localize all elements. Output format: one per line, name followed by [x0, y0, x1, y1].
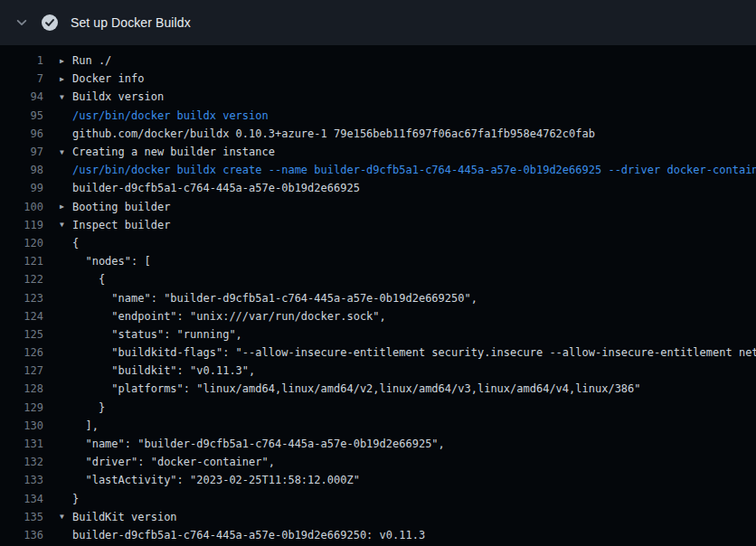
line-number[interactable]: 131	[0, 438, 43, 450]
line-number[interactable]: 95	[0, 109, 43, 122]
log-text[interactable]: Inspect builder	[72, 219, 170, 231]
log-text: "buildkit": "v0.11.3",	[72, 364, 255, 377]
log-text: "buildkitd-flags": "--allow-insecure-ent…	[72, 346, 756, 359]
line-number[interactable]: 7	[0, 72, 43, 85]
log-line: 120 {	[0, 234, 756, 252]
step-header[interactable]: Set up Docker Buildx	[0, 0, 756, 45]
log-line: 122 {	[0, 270, 756, 288]
log-line: 127 "buildkit": "v0.11.3",	[0, 362, 756, 380]
log-text: "name": "builder-d9cfb5a1-c764-445a-a57e…	[72, 438, 445, 450]
line-number[interactable]: 133	[0, 474, 43, 486]
log-line: 134 }	[0, 490, 756, 508]
log-text: "name": "builder-d9cfb5a1-c764-445a-a57e…	[72, 292, 477, 305]
log-line: 7 ▶ Docker info	[0, 70, 756, 88]
line-number[interactable]: 125	[0, 328, 43, 341]
log-line: 135 ▼ BuildKit version	[0, 508, 756, 526]
log-line: 100 ▶ Booting builder	[0, 198, 756, 216]
log-text: /usr/bin/docker buildx create --name bui…	[72, 164, 756, 176]
log-text: {	[72, 273, 105, 286]
log-text[interactable]: BuildKit version	[72, 511, 177, 523]
triangle-down-icon[interactable]: ▼	[60, 221, 72, 229]
line-number[interactable]: 94	[0, 90, 43, 103]
chevron-down-icon[interactable]	[14, 15, 29, 30]
line-number[interactable]: 129	[0, 401, 43, 414]
log-text: {	[72, 237, 79, 249]
log-line: 1 ▶ Run ./	[0, 52, 756, 70]
log-text: "endpoint": "unix:///var/run/docker.sock…	[72, 310, 386, 323]
log-text: }	[72, 401, 105, 414]
line-number[interactable]: 1	[0, 54, 43, 67]
line-number[interactable]: 122	[0, 273, 43, 286]
log-container: 1 ▶ Run ./ 7 ▶ Docker info 94 ▼ Buildx v…	[0, 45, 756, 544]
line-number[interactable]: 134	[0, 493, 43, 505]
log-line: 125 "status": "running",	[0, 325, 756, 344]
line-number[interactable]: 135	[0, 511, 43, 523]
log-text[interactable]: Docker info	[72, 72, 144, 85]
log-line: 119 ▼ Inspect builder	[0, 216, 756, 234]
line-number[interactable]: 97	[0, 146, 43, 158]
triangle-right-icon[interactable]: ▶	[60, 202, 72, 211]
log-text[interactable]: Run ./	[72, 54, 111, 67]
line-number[interactable]: 132	[0, 456, 43, 468]
log-line: 129 }	[0, 399, 756, 417]
log-line: 132 "driver": "docker-container",	[0, 453, 756, 471]
log-line: 94 ▼ Buildx version	[0, 88, 756, 106]
step-title: Set up Docker Buildx	[71, 15, 191, 30]
line-number[interactable]: 120	[0, 237, 43, 249]
line-number[interactable]: 127	[0, 364, 43, 377]
log-line: 126 "buildkitd-flags": "--allow-insecure…	[0, 344, 756, 362]
line-number[interactable]: 128	[0, 382, 43, 395]
log-line: 130 ],	[0, 417, 756, 435]
log-line: 98 /usr/bin/docker buildx create --name …	[0, 161, 756, 179]
log-text: builder-d9cfb5a1-c764-445a-a57e-0b19d2e6…	[72, 529, 425, 541]
log-line: 121 "nodes": [	[0, 252, 756, 270]
log-line: 96 github.com/docker/buildx 0.10.3+azure…	[0, 125, 756, 143]
triangle-right-icon[interactable]: ▶	[60, 57, 72, 65]
log-text: /usr/bin/docker buildx version	[72, 109, 269, 122]
log-line: 131 "name": "builder-d9cfb5a1-c764-445a-…	[0, 435, 756, 453]
log-line: 136 builder-d9cfb5a1-c764-445a-a57e-0b19…	[0, 526, 756, 544]
line-number[interactable]: 98	[0, 164, 43, 176]
log-text: builder-d9cfb5a1-c764-445a-a57e-0b19d2e6…	[72, 182, 360, 194]
log-line: 124 "endpoint": "unix:///var/run/docker.…	[0, 307, 756, 325]
line-number[interactable]: 96	[0, 127, 43, 140]
line-number[interactable]: 130	[0, 419, 43, 432]
log-text[interactable]: Buildx version	[72, 90, 164, 103]
line-number[interactable]: 124	[0, 310, 43, 323]
log-text: "nodes": [	[72, 255, 151, 268]
log-text: "status": "running",	[72, 328, 242, 341]
log-text: "lastActivity": "2023-02-25T11:58:12.000…	[72, 474, 360, 486]
triangle-down-icon[interactable]: ▼	[60, 148, 72, 156]
log-text: }	[72, 493, 79, 505]
log-text: ],	[72, 419, 99, 432]
log-line: 133 "lastActivity": "2023-02-25T11:58:12…	[0, 471, 756, 489]
line-number[interactable]: 99	[0, 182, 43, 194]
line-number[interactable]: 119	[0, 219, 43, 231]
log-line: 123 "name": "builder-d9cfb5a1-c764-445a-…	[0, 288, 756, 306]
log-line: 95 /usr/bin/docker buildx version	[0, 107, 756, 125]
log-line: 99 builder-d9cfb5a1-c764-445a-a57e-0b19d…	[0, 179, 756, 197]
line-number[interactable]: 100	[0, 201, 43, 213]
log-text[interactable]: Creating a new builder instance	[72, 146, 275, 158]
triangle-down-icon[interactable]: ▼	[60, 93, 72, 101]
log-text: github.com/docker/buildx 0.10.3+azure-1 …	[72, 127, 595, 140]
line-number[interactable]: 121	[0, 255, 43, 268]
line-number[interactable]: 123	[0, 292, 43, 305]
log-line: 128 "platforms": "linux/amd64,linux/amd6…	[0, 380, 756, 398]
triangle-right-icon[interactable]: ▶	[60, 75, 72, 83]
log-text[interactable]: Booting builder	[72, 201, 170, 213]
line-number[interactable]: 136	[0, 529, 43, 541]
line-number[interactable]: 126	[0, 346, 43, 359]
log-text: "driver": "docker-container",	[72, 456, 275, 468]
log-text: "platforms": "linux/amd64,linux/amd64/v2…	[72, 382, 641, 395]
log-line: 97 ▼ Creating a new builder instance	[0, 143, 756, 161]
triangle-down-icon[interactable]: ▼	[60, 513, 72, 521]
check-circle-icon	[42, 14, 58, 31]
